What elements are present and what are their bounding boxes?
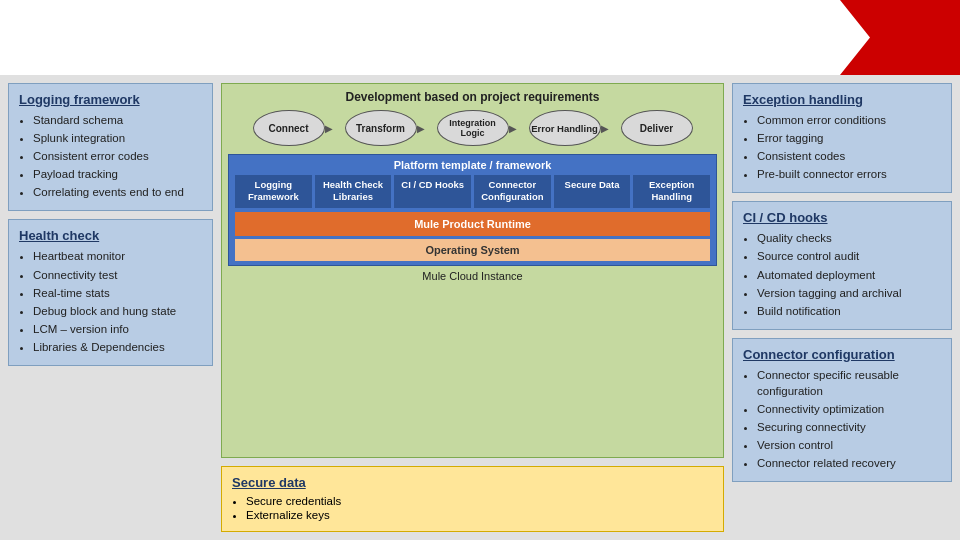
secure-data-box: Secure data Secure credentials Externali… [221, 466, 724, 532]
health-check-list: Heartbeat monitor Connectivity test Real… [19, 248, 202, 355]
list-item: Real-time stats [33, 285, 202, 301]
chevron-icon [840, 0, 960, 75]
list-item: Automated deployment [757, 267, 941, 283]
list-item: Source control audit [757, 248, 941, 264]
exception-handling-box: Exception handling Common error conditio… [732, 83, 952, 193]
list-item: Connector specific reusable configuratio… [757, 367, 941, 399]
secure-data-title: Secure data [232, 475, 713, 490]
health-check-title: Health check [19, 228, 202, 243]
list-item: Version control [757, 437, 941, 453]
top-bar [0, 0, 960, 75]
list-item: Standard schema [33, 112, 202, 128]
flow-transform: Transform [345, 110, 417, 146]
list-item: Splunk integration [33, 130, 202, 146]
mule-label: Mule Cloud Instance [228, 270, 717, 282]
logging-framework-list: Standard schema Splunk integration Consi… [19, 112, 202, 200]
flow-integration: Integration Logic [437, 110, 509, 146]
platform-box-cicd: CI / CD Hooks [394, 175, 471, 208]
connector-config-list: Connector specific reusable configuratio… [743, 367, 941, 472]
connector-config-title: Connector configuration [743, 347, 941, 362]
platform-title: Platform template / framework [235, 159, 710, 171]
list-item: Connectivity optimization [757, 401, 941, 417]
flow-arrow-2 [417, 121, 437, 135]
platform-box-secure: Secure Data [554, 175, 631, 208]
right-column: Exception handling Common error conditio… [732, 83, 952, 532]
list-item: Securing connectivity [757, 419, 941, 435]
secure-data-list: Secure credentials Externalize keys [232, 495, 713, 521]
logging-framework-box: Logging framework Standard schema Splunk… [8, 83, 213, 211]
list-item: Error tagging [757, 130, 941, 146]
exception-handling-list: Common error conditions Error tagging Co… [743, 112, 941, 182]
cicd-hooks-list: Quality checks Source control audit Auto… [743, 230, 941, 318]
platform-boxes: Logging Framework Health Check Libraries… [235, 175, 710, 208]
list-item: Libraries & Dependencies [33, 339, 202, 355]
svg-marker-0 [840, 0, 960, 75]
flow-deliver: Deliver [621, 110, 693, 146]
cicd-hooks-box: CI / CD hooks Quality checks Source cont… [732, 201, 952, 329]
list-item: Externalize keys [246, 509, 713, 521]
list-item: Connectivity test [33, 267, 202, 283]
flow-arrow-4 [601, 121, 621, 135]
list-item: Consistent codes [757, 148, 941, 164]
platform-box-healthcheck: Health Check Libraries [315, 175, 392, 208]
list-item: Secure credentials [246, 495, 713, 507]
flow-arrow-3 [509, 121, 529, 135]
list-item: LCM – version info [33, 321, 202, 337]
health-check-box: Health check Heartbeat monitor Connectiv… [8, 219, 213, 366]
platform-section: Platform template / framework Logging Fr… [228, 154, 717, 266]
diagram-title: Development based on project requirement… [228, 90, 717, 104]
exception-handling-title: Exception handling [743, 92, 941, 107]
platform-box-logging: Logging Framework [235, 175, 312, 208]
list-item: Correlating events end to end [33, 184, 202, 200]
flow-row: Connect Transform Integration Logic Erro… [228, 110, 717, 146]
os-section: Operating System [235, 239, 710, 261]
list-item: Build notification [757, 303, 941, 319]
connector-config-box: Connector configuration Connector specif… [732, 338, 952, 483]
flow-error: Error Handling [529, 110, 601, 146]
list-item: Quality checks [757, 230, 941, 246]
diagram-container: Development based on project requirement… [221, 83, 724, 458]
runtime-section: Mule Product Runtime [235, 212, 710, 236]
cicd-hooks-title: CI / CD hooks [743, 210, 941, 225]
platform-box-exception: Exception Handling [633, 175, 710, 208]
flow-arrow-1 [325, 121, 345, 135]
flow-connect: Connect [253, 110, 325, 146]
platform-box-connector: Connector Configuration [474, 175, 551, 208]
main-content: Logging framework Standard schema Splunk… [0, 75, 960, 540]
list-item: Common error conditions [757, 112, 941, 128]
list-item: Debug block and hung state [33, 303, 202, 319]
list-item: Version tagging and archival [757, 285, 941, 301]
left-column: Logging framework Standard schema Splunk… [8, 83, 213, 532]
list-item: Consistent error codes [33, 148, 202, 164]
logging-framework-title: Logging framework [19, 92, 202, 107]
list-item: Heartbeat monitor [33, 248, 202, 264]
list-item: Pre-built connector errors [757, 166, 941, 182]
list-item: Connector related recovery [757, 455, 941, 471]
center-column: Development based on project requirement… [221, 83, 724, 532]
list-item: Payload tracking [33, 166, 202, 182]
